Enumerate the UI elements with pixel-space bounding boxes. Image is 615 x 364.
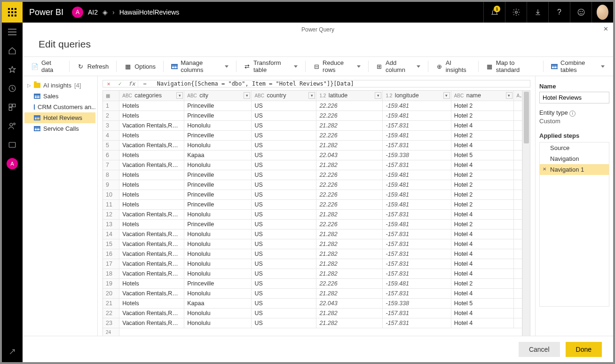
done-button[interactable]: Done [566, 342, 602, 357]
table-row[interactable]: 8HotelsPrincevilleUS22.226-159.481Hotel … [103, 170, 522, 180]
favorites-star-icon[interactable] [7, 64, 18, 75]
cell-city[interactable]: Honolulu [184, 308, 252, 318]
cell-latitude[interactable]: 21.282 [316, 249, 383, 259]
workspace-avatar[interactable]: A [72, 7, 83, 18]
cell-city[interactable]: Princeville [184, 190, 252, 199]
cell-name[interactable]: Hotel 4 [451, 160, 513, 170]
cell-country[interactable]: US [252, 190, 316, 199]
cell-categories[interactable]: Vacation Rentals,Resorts &... [119, 120, 184, 130]
cell-city[interactable]: Princeville [184, 180, 252, 190]
cell-categories[interactable]: Hotels [119, 180, 184, 190]
cell-name[interactable]: Hotel 2 [451, 278, 513, 288]
cell-categories[interactable]: Vacation Rentals,Resorts &... [119, 209, 184, 219]
cell-country[interactable]: US [252, 111, 316, 120]
cell-longitude[interactable]: -159.481 [383, 130, 451, 140]
close-icon[interactable]: ✕ [603, 25, 608, 32]
cell-name[interactable]: Hotel 4 [451, 120, 513, 130]
transform-table-button[interactable]: ⇄Transform table [240, 57, 301, 75]
cell-latitude[interactable]: 22.043 [316, 298, 383, 308]
table-row[interactable]: 16Vacation Rentals,Resorts &...HonoluluU… [103, 249, 522, 259]
table-row[interactable]: 1HotelsPrincevilleUS22.226-159.481Hotel … [103, 101, 522, 111]
cell-country[interactable]: US [252, 278, 316, 288]
cell-name[interactable]: Hotel 4 [451, 239, 513, 249]
vertical-scrollbar[interactable]: ▾ [522, 91, 530, 336]
home-icon[interactable] [7, 45, 18, 56]
cell-city[interactable]: Honolulu [184, 229, 252, 239]
query-item[interactable]: Sales [24, 91, 95, 102]
cell-country[interactable]: US [252, 150, 316, 160]
cell-name[interactable]: Hotel 4 [451, 269, 513, 278]
cell-categories[interactable]: Hotels [119, 190, 184, 199]
table-row[interactable]: 11HotelsPrincevilleUS22.226-159.481Hotel… [103, 199, 522, 209]
expand-nav-icon[interactable] [7, 346, 18, 357]
workspace-name[interactable]: AI2 [88, 8, 98, 16]
cell-latitude[interactable]: 21.282 [316, 269, 383, 278]
cell-categories[interactable]: Vacation Rentals,Resorts &... [119, 269, 184, 278]
cell-categories[interactable]: Vacation Rentals,Resorts &... [119, 318, 184, 328]
table-row[interactable]: 12Vacation Rentals,Resorts &...HonoluluU… [103, 209, 522, 219]
cell-name[interactable]: Hotel 2 [451, 219, 513, 229]
cell-longitude[interactable]: -159.481 [383, 111, 451, 120]
cell-city[interactable]: Honolulu [184, 318, 252, 328]
cell-categories[interactable]: Hotels [119, 150, 184, 160]
cell-latitude[interactable]: 21.282 [316, 140, 383, 150]
manage-columns-button[interactable]: Manage columns [167, 57, 232, 75]
table-row[interactable]: 3Vacation Rentals,Resorts &...HonoluluUS… [103, 120, 522, 130]
user-avatar[interactable] [591, 2, 613, 23]
cell-city[interactable]: Kapaa [184, 298, 252, 308]
cell-name[interactable]: Hotel 2 [451, 170, 513, 180]
table-row[interactable]: 6HotelsKapaaUS22.043-159.338Hotel 5 [103, 150, 522, 160]
map-to-standard-button[interactable]: ▦Map to standard [482, 57, 539, 75]
formula-text[interactable]: Navigation{[Schema = "dbo", Item = "Hote… [151, 80, 354, 87]
cell-country[interactable]: US [252, 120, 316, 130]
cell-categories[interactable]: Hotels [119, 101, 184, 111]
cell-categories[interactable]: Vacation Rentals,Resorts &... [119, 249, 184, 259]
cell-latitude[interactable]: 21.282 [316, 259, 383, 269]
cell-longitude[interactable]: -157.831 [383, 259, 451, 269]
column-header[interactable]: ABC categories▾ [119, 91, 184, 101]
table-row[interactable]: 4HotelsPrincevilleUS22.226-159.481Hotel … [103, 130, 522, 140]
cell-longitude[interactable]: -159.481 [383, 170, 451, 180]
cell-country[interactable]: US [252, 318, 316, 328]
formula-bar[interactable]: ✕ ✓ fx = Navigation{[Schema = "dbo", Ite… [102, 80, 530, 87]
cell-longitude[interactable]: -159.338 [383, 298, 451, 308]
cell-longitude[interactable]: -159.481 [383, 219, 451, 229]
cell-country[interactable]: US [252, 180, 316, 190]
workspaces-icon[interactable] [7, 139, 18, 150]
column-menu-icon[interactable]: ▾ [308, 92, 315, 99]
cell-city[interactable]: Honolulu [184, 160, 252, 170]
tree-expand-icon[interactable]: ▷ [27, 83, 31, 88]
fx-icon[interactable]: fx [126, 80, 138, 87]
cell-city[interactable]: Honolulu [184, 269, 252, 278]
cell-categories[interactable]: Vacation Rentals,Resorts &... [119, 229, 184, 239]
cell-categories[interactable]: Hotels [119, 278, 184, 288]
cell-country[interactable]: US [252, 101, 316, 111]
cell-name[interactable]: Hotel 4 [451, 249, 513, 259]
cell-country[interactable]: US [252, 298, 316, 308]
cell-latitude[interactable]: 21.282 [316, 318, 383, 328]
cell-country[interactable]: US [252, 229, 316, 239]
cell-categories[interactable]: Hotels [119, 170, 184, 180]
shared-icon[interactable] [7, 120, 18, 132]
cell-latitude[interactable]: 22.226 [316, 219, 383, 229]
cell-longitude[interactable]: -159.338 [383, 150, 451, 160]
applied-step[interactable]: Navigation 1 [540, 164, 609, 175]
cell-latitude[interactable]: 21.282 [316, 160, 383, 170]
cell-country[interactable]: US [252, 219, 316, 229]
cell-latitude[interactable]: 22.226 [316, 111, 383, 120]
cell-name[interactable]: Hotel 4 [451, 259, 513, 269]
table-row[interactable]: 15Vacation Rentals,Resorts &...HonoluluU… [103, 239, 522, 249]
column-menu-icon[interactable]: ▾ [506, 92, 512, 99]
applied-step[interactable]: Navigation [540, 153, 609, 164]
table-row[interactable]: 14Vacation Rentals,Resorts &...HonoluluU… [103, 229, 522, 239]
cell-country[interactable]: US [252, 249, 316, 259]
cell-name[interactable]: Hotel 2 [451, 180, 513, 190]
cell-latitude[interactable]: 22.226 [316, 180, 383, 190]
settings-gear-icon[interactable] [505, 2, 527, 23]
cell-city[interactable]: Princeville [184, 130, 252, 140]
cell-latitude[interactable]: 22.226 [316, 190, 383, 199]
info-icon[interactable]: i [569, 111, 576, 117]
cell-longitude[interactable]: -159.481 [383, 180, 451, 190]
cell-city[interactable]: Princeville [184, 199, 252, 209]
table-row[interactable]: 9HotelsPrincevilleUS22.226-159.481Hotel … [103, 180, 522, 190]
